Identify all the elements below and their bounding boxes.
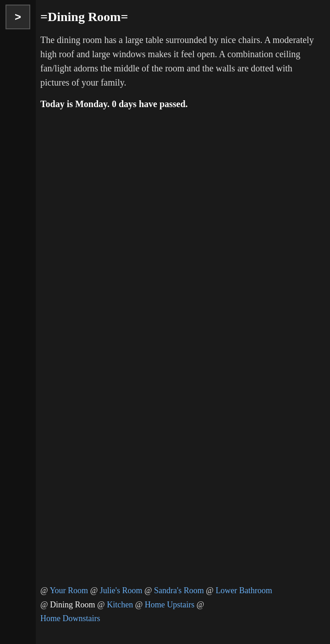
main-content: =Dining Room= The dining room has a larg… — [36, 0, 330, 644]
navigation-area: @ Your Room @ Julie's Room @ Sandra's Ro… — [40, 584, 322, 626]
nav-link-kitchen[interactable]: Kitchen — [107, 600, 133, 609]
toggle-sidebar-button[interactable]: > — [6, 5, 30, 29]
room-description: The dining room has a large table surrou… — [40, 33, 322, 90]
nav-at-3: @ — [144, 586, 154, 595]
nav-at-8: @ — [197, 600, 204, 609]
nav-link-sandras-room[interactable]: Sandra's Room — [154, 586, 204, 595]
room-title: =Dining Room= — [40, 9, 322, 25]
nav-at-5: @ — [40, 600, 50, 609]
nav-link-julies-room[interactable]: Julie's Room — [100, 586, 143, 595]
nav-link-home-upstairs[interactable]: Home Upstairs — [145, 600, 194, 609]
nav-link-your-room[interactable]: Your Room — [50, 586, 88, 595]
nav-current-dining-room: Dining Room — [50, 600, 95, 609]
nav-at-4: @ — [206, 586, 215, 595]
nav-at-7: @ — [135, 600, 145, 609]
nav-at-2: @ — [90, 586, 100, 595]
sidebar: > — [0, 0, 36, 644]
nav-link-home-downstairs[interactable]: Home Downstairs — [40, 614, 100, 623]
day-status: Today is Monday. 0 days have passed. — [40, 99, 322, 109]
nav-at-1: @ — [40, 586, 50, 595]
nav-at-6: @ — [97, 600, 107, 609]
nav-link-lower-bathroom[interactable]: Lower Bathroom — [215, 586, 272, 595]
